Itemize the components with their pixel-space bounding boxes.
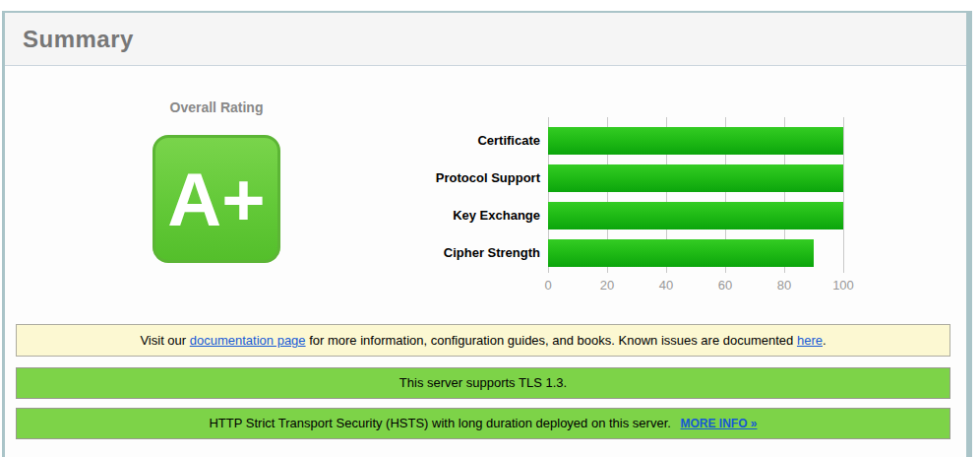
documentation-page-link[interactable]: documentation page xyxy=(190,333,306,348)
chart-bar xyxy=(548,127,843,155)
chart-tick-label: 100 xyxy=(824,278,863,293)
page: Summary Overall Rating A+ 020406080100Ce… xyxy=(0,0,980,457)
chart-bar xyxy=(548,239,814,267)
chart-tick-label: 40 xyxy=(646,278,686,293)
chart-tick-label: 60 xyxy=(705,278,745,293)
chart-bar xyxy=(548,164,843,192)
tls13-note: This server supports TLS 1.3. xyxy=(16,367,950,399)
summary-header: Summary xyxy=(5,13,966,66)
chart-tick-label: 80 xyxy=(765,278,804,293)
chart-category-label: Cipher Strength xyxy=(381,239,540,267)
chart-tick-label: 20 xyxy=(587,278,627,293)
rating-chart: 020406080100CertificateProtocol SupportK… xyxy=(548,117,843,273)
known-issues-link[interactable]: here xyxy=(797,333,823,348)
chart-category-label: Protocol Support xyxy=(381,164,540,192)
chart-bar xyxy=(548,202,843,229)
overall-rating-block: Overall Rating A+ xyxy=(150,99,283,263)
hsts-note: HTTP Strict Transport Security (HSTS) wi… xyxy=(16,408,950,439)
chart-gridline xyxy=(843,117,844,273)
chart-category-label: Certificate xyxy=(381,127,540,155)
note-text-segment: for more information, configuration guid… xyxy=(306,333,797,348)
more-info-link[interactable]: MORE INFO » xyxy=(681,417,758,430)
summary-body: Overall Rating A+ 020406080100Certificat… xyxy=(5,66,966,439)
documentation-note: Visit our documentation page for more in… xyxy=(16,324,950,357)
chart-tick-label: 0 xyxy=(528,278,568,293)
grade-badge: A+ xyxy=(153,135,280,263)
note-text-segment: . xyxy=(823,333,827,348)
overall-rating-label: Overall Rating xyxy=(150,99,283,115)
summary-row: Overall Rating A+ 020406080100Certificat… xyxy=(5,66,966,308)
chart-category-label: Key Exchange xyxy=(381,202,540,229)
note-text-segment: Visit our xyxy=(140,333,189,348)
documentation-note-text: Visit our documentation page for more in… xyxy=(140,333,826,348)
page-title: Summary xyxy=(23,26,949,53)
hsts-note-text: HTTP Strict Transport Security (HSTS) wi… xyxy=(209,416,670,430)
tls13-note-text: This server supports TLS 1.3. xyxy=(399,375,567,390)
summary-panel: Summary Overall Rating A+ 020406080100Ce… xyxy=(2,11,972,457)
